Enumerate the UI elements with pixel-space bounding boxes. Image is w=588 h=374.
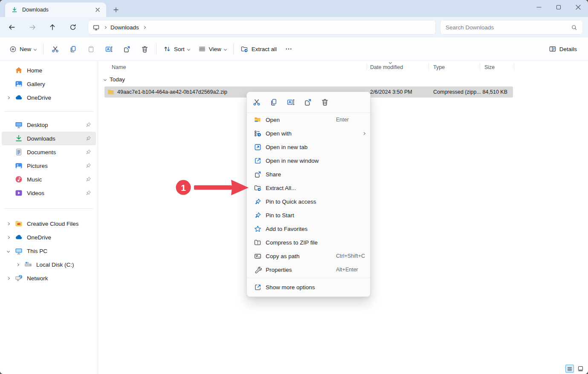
- chevron-down-icon: [224, 47, 227, 50]
- copy-button[interactable]: [64, 41, 82, 57]
- context-menu-quick-actions: [247, 92, 370, 113]
- shortcut-label: Alt+Enter: [336, 267, 358, 273]
- share-button[interactable]: [303, 98, 313, 107]
- menu-item-extract-all[interactable]: Extract All...: [247, 181, 370, 195]
- menu-item-add-to-favorites[interactable]: Add to Favorites: [247, 222, 370, 236]
- menu-item-pin-to-quick-access[interactable]: Pin to Quick access: [247, 195, 370, 208]
- sidebar-item-documents[interactable]: Documents: [2, 145, 96, 159]
- column-separator[interactable]: [367, 63, 367, 71]
- address-bar[interactable]: Downloads: [88, 20, 436, 35]
- copy-button[interactable]: [269, 98, 278, 107]
- column-header-name[interactable]: Name: [112, 64, 126, 70]
- sidebar-item-pictures[interactable]: Pictures: [2, 159, 96, 173]
- menu-item-show-more-options[interactable]: Show more options: [247, 279, 370, 295]
- music-icon: [14, 175, 23, 184]
- chevron-right-icon[interactable]: [16, 263, 19, 266]
- chevron-right-icon[interactable]: [6, 236, 9, 239]
- breadcrumb-folder[interactable]: Downloads: [110, 24, 139, 31]
- search-icon: [571, 24, 577, 31]
- file-type: Compressed (zipp...: [433, 86, 481, 98]
- view-button[interactable]: View: [194, 41, 231, 57]
- thumbnail-view-button[interactable]: [576, 365, 585, 373]
- menu-item-open-in-new-tab[interactable]: Open in new tab: [247, 140, 370, 154]
- refresh-button[interactable]: [66, 20, 80, 34]
- sidebar-item-local-disk-c[interactable]: Local Disk (C:): [2, 258, 96, 271]
- sidebar-item-home[interactable]: Home: [2, 63, 96, 77]
- sidebar-item-gallery[interactable]: Gallery: [2, 77, 96, 91]
- breadcrumb-chevron-icon: [143, 26, 146, 29]
- menu-item-copy-as-path[interactable]: Copy as path Ctrl+Shift+C: [247, 249, 370, 263]
- sidebar-item-creative-cloud-files[interactable]: Creative Cloud Files: [2, 217, 96, 230]
- new-button[interactable]: New: [5, 41, 41, 57]
- annotation-arrow-icon: 1: [172, 176, 253, 200]
- sidebar-item-network[interactable]: Network: [2, 271, 96, 285]
- chevron-right-icon[interactable]: [6, 96, 9, 99]
- search-box[interactable]: [440, 20, 583, 35]
- details-pane-button[interactable]: Details: [545, 41, 581, 57]
- tab-close-icon[interactable]: [93, 5, 103, 15]
- sidebar-item-music[interactable]: Music: [2, 173, 96, 186]
- minimize-button[interactable]: [529, 0, 549, 14]
- rename-button[interactable]: [100, 41, 118, 57]
- chevron-right-icon[interactable]: [6, 276, 9, 279]
- menu-item-open-in-new-window[interactable]: Open in new window: [247, 154, 370, 167]
- sort-button[interactable]: Sort: [159, 41, 194, 57]
- download-tab-icon: [11, 6, 18, 13]
- rename-button[interactable]: [286, 98, 295, 107]
- open-with-icon: [253, 129, 262, 138]
- sidebar-item-onedrive-2[interactable]: OneDrive: [2, 230, 96, 244]
- sidebar-item-downloads[interactable]: Downloads: [2, 132, 96, 145]
- group-collapse-icon[interactable]: [104, 78, 107, 81]
- sidebar-item-this-pc[interactable]: This PC: [2, 244, 96, 258]
- toolbar-divider: [233, 43, 234, 55]
- maximize-button[interactable]: [549, 0, 568, 14]
- menu-item-share[interactable]: Share: [247, 167, 370, 181]
- menu-item-properties[interactable]: Properties Alt+Enter: [247, 263, 370, 276]
- pin-icon: [85, 176, 92, 183]
- menu-item-compress-to-zip[interactable]: Compress to ZIP file: [247, 236, 370, 249]
- column-header-date-modified[interactable]: Date modified: [370, 64, 403, 70]
- pin-icon: [85, 162, 92, 169]
- extract-all-button[interactable]: Extract all: [236, 41, 281, 57]
- sort-icon: [163, 45, 171, 53]
- column-separator[interactable]: [429, 63, 429, 71]
- group-header-today[interactable]: Today: [104, 76, 125, 83]
- column-separator[interactable]: [480, 63, 480, 71]
- search-input[interactable]: [446, 24, 571, 31]
- tab-downloads[interactable]: Downloads: [5, 3, 106, 17]
- column-separator[interactable]: [514, 63, 514, 71]
- local-disk-icon: [24, 260, 32, 269]
- delete-button[interactable]: [320, 98, 330, 107]
- more-options-button[interactable]: [281, 41, 296, 57]
- up-button[interactable]: [46, 20, 59, 34]
- home-icon: [14, 66, 23, 75]
- chevron-down-icon[interactable]: [6, 249, 9, 252]
- chevron-down-icon: [34, 47, 37, 50]
- details-view-button[interactable]: [565, 365, 574, 373]
- back-button[interactable]: [5, 20, 19, 34]
- menu-item-open-with[interactable]: Open with: [247, 127, 370, 140]
- share-icon: [304, 98, 312, 106]
- explorer-window: Downloads: [0, 0, 588, 374]
- share-button[interactable]: [118, 41, 136, 57]
- pictures-icon: [14, 161, 23, 170]
- sidebar-item-onedrive[interactable]: OneDrive: [2, 91, 96, 104]
- chevron-right-icon[interactable]: [6, 222, 9, 225]
- delete-button[interactable]: [136, 41, 154, 57]
- chevron-down-icon: [187, 47, 190, 50]
- paste-button[interactable]: [82, 41, 100, 57]
- close-button[interactable]: [568, 0, 588, 14]
- pin-icon: [253, 211, 262, 219]
- sidebar-item-videos[interactable]: Videos: [2, 186, 96, 200]
- cut-button[interactable]: [252, 98, 261, 107]
- new-tab-button[interactable]: [111, 5, 121, 15]
- copy-path-icon: [253, 252, 262, 260]
- sidebar-item-desktop[interactable]: Desktop: [2, 118, 96, 132]
- menu-item-open[interactable]: Open Enter: [247, 113, 370, 127]
- forward-button[interactable]: [26, 20, 39, 34]
- menu-item-pin-to-start[interactable]: Pin to Start: [247, 208, 370, 222]
- column-header-type[interactable]: Type: [433, 64, 445, 70]
- details-pane-icon: [549, 45, 556, 53]
- cut-button[interactable]: [46, 41, 64, 57]
- column-header-size[interactable]: Size: [484, 64, 495, 70]
